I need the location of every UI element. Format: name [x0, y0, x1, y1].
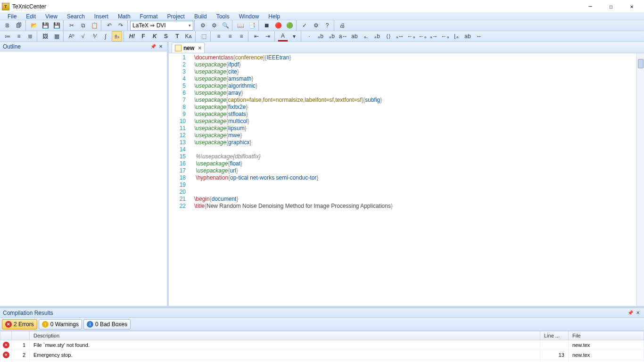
sum-icon[interactable]: ±ₛ: [112, 31, 122, 41]
tab-new[interactable]: new ×: [172, 42, 205, 53]
math-h-icon[interactable]: ⟨⟩: [383, 31, 394, 41]
next-error-icon[interactable]: 🔴: [273, 20, 283, 31]
align-left-icon[interactable]: ≡: [214, 31, 224, 41]
frac-icon[interactable]: ⅟: [89, 31, 99, 41]
settings-icon[interactable]: ⚙: [311, 20, 321, 31]
errors-filter-button[interactable]: ✕2 Errors: [2, 319, 37, 329]
document-tabs: new ×: [169, 42, 644, 53]
result-row[interactable]: ✕2Emergency stop.13new.tex: [0, 350, 644, 360]
math-i-icon[interactable]: ₐ↔: [395, 31, 405, 41]
copy-icon[interactable]: ⧉: [78, 20, 88, 31]
results-panel: Compilation Results 📌 ✕ ✕2 Errors !0 War…: [0, 308, 644, 362]
math-c-icon[interactable]: ₐb: [327, 31, 337, 41]
code-editor[interactable]: 12345678910111213141516171819202122 \doc…: [169, 53, 644, 306]
align-right-icon[interactable]: ≡: [236, 31, 247, 41]
line-gutter: 12345678910111213141516171819202122: [169, 53, 190, 306]
math-j-icon[interactable]: ←ₐ: [406, 31, 416, 41]
window-title: TeXnicCenter: [12, 3, 580, 10]
outline-close-icon[interactable]: ✕: [157, 43, 164, 50]
redo-icon[interactable]: ↷: [116, 20, 126, 31]
paste-icon[interactable]: 📋: [89, 20, 99, 31]
result-row[interactable]: ✕1File `mwe.sty' not found.new.tex: [0, 340, 644, 350]
italic-icon[interactable]: K: [149, 31, 160, 41]
outline-pin-icon[interactable]: 📌: [150, 43, 157, 50]
env-icon[interactable]: ⬚: [198, 31, 209, 41]
warnings-filter-button[interactable]: !0 Warnings: [39, 319, 82, 329]
heading-icon[interactable]: H!: [127, 31, 137, 41]
menu-view[interactable]: View: [41, 13, 62, 20]
number-list-icon[interactable]: ≡: [14, 31, 24, 41]
build-icon[interactable]: ⚙: [198, 20, 208, 31]
color-drop-icon[interactable]: ▾: [289, 31, 299, 41]
undo-icon[interactable]: ↶: [104, 20, 115, 31]
indent-icon[interactable]: ⇥: [263, 31, 273, 41]
stop-icon[interactable]: ⏹: [262, 20, 272, 31]
math-g-icon[interactable]: ₐb: [372, 31, 382, 41]
menu-search[interactable]: Search: [62, 13, 90, 20]
menu-build[interactable]: Build: [190, 13, 212, 20]
error-icon: ✕: [5, 321, 12, 328]
results-table[interactable]: DescriptionLine ...File ✕1File `mwe.sty'…: [0, 331, 644, 362]
figure-icon[interactable]: 🖼: [40, 31, 50, 41]
menubar: FileEditViewSearchInsertMathFormatProjec…: [0, 13, 644, 20]
close-button[interactable]: ✕: [621, 0, 642, 13]
view-output-icon[interactable]: 🔍: [220, 20, 231, 31]
math-n-icon[interactable]: ⌊ₐ: [451, 31, 462, 41]
menu-help[interactable]: Help: [264, 13, 285, 20]
menu-file[interactable]: File: [3, 13, 21, 20]
desc-list-icon[interactable]: ≣: [25, 31, 35, 41]
cut-icon[interactable]: ✂: [66, 20, 77, 31]
menu-tools[interactable]: Tools: [212, 13, 234, 20]
tab-close-icon[interactable]: ×: [198, 45, 201, 51]
math-l-icon[interactable]: ₐ→: [429, 31, 439, 41]
align-center-icon[interactable]: ≡: [225, 31, 235, 41]
menu-project[interactable]: Project: [163, 13, 190, 20]
code-area[interactable]: \documentclass[conference]{IEEEtran} \us…: [190, 53, 644, 306]
bullet-list-icon[interactable]: ≔: [2, 31, 13, 41]
menu-window[interactable]: Window: [234, 13, 264, 20]
math-p-icon[interactable]: ↔: [474, 31, 484, 41]
open-icon[interactable]: 📂: [29, 20, 39, 31]
menu-math[interactable]: Math: [113, 13, 135, 20]
text-color-icon[interactable]: A: [278, 31, 288, 41]
menu-edit[interactable]: Edit: [21, 13, 41, 20]
slanted-icon[interactable]: S: [161, 31, 171, 41]
prev-error-icon[interactable]: 🟢: [284, 20, 295, 31]
math-b-icon[interactable]: ₐb: [315, 31, 326, 41]
results-pin-icon[interactable]: 📌: [627, 310, 634, 316]
math-m-icon[interactable]: ←ₐ: [440, 31, 450, 41]
editor-scrollbar[interactable]: [636, 53, 644, 306]
smallcaps-icon[interactable]: Kᴀ: [183, 31, 194, 41]
math-f-icon[interactable]: ₐ.: [361, 31, 371, 41]
outdent-icon[interactable]: ⇤: [251, 31, 262, 41]
boxes-filter-button[interactable]: i0 Bad Boxes: [83, 319, 131, 329]
table-icon[interactable]: ▦: [51, 31, 62, 41]
bold-icon[interactable]: F: [138, 31, 149, 41]
new-doc-icon[interactable]: 🗎: [2, 20, 13, 31]
math-k-icon[interactable]: ←ₐ: [417, 31, 428, 41]
menu-insert[interactable]: Insert: [90, 13, 113, 20]
math-a-icon[interactable]: ·: [304, 31, 314, 41]
new-project-icon[interactable]: 🗐: [14, 20, 24, 31]
makeindex-icon[interactable]: 📑: [247, 20, 257, 31]
math-d-icon[interactable]: a↔: [338, 31, 348, 41]
menu-format[interactable]: Format: [135, 13, 163, 20]
minimize-button[interactable]: ─: [580, 0, 601, 13]
math-o-icon[interactable]: ab: [462, 31, 473, 41]
integral-icon[interactable]: ∫: [100, 31, 111, 41]
print-icon[interactable]: 🖨: [337, 20, 347, 31]
results-close-icon[interactable]: ✕: [635, 310, 641, 316]
bibtex-icon[interactable]: 📖: [235, 20, 246, 31]
save-icon[interactable]: 💾: [40, 20, 50, 31]
tt-icon[interactable]: T: [172, 31, 182, 41]
superscript-icon[interactable]: Aᵇ: [66, 31, 77, 41]
math-e-icon[interactable]: ab: [349, 31, 360, 41]
outline-title: Outline: [3, 43, 21, 50]
sqrt-icon[interactable]: √: [78, 31, 88, 41]
save-all-icon[interactable]: 💾: [51, 20, 62, 31]
spell-icon[interactable]: ✓: [299, 20, 310, 31]
build-view-icon[interactable]: ⚙: [209, 20, 219, 31]
maximize-button[interactable]: ☐: [601, 0, 621, 13]
output-profile-combo[interactable]: LaTeX ⇒ DVI▾: [130, 21, 193, 31]
help-icon[interactable]: ?: [322, 20, 332, 31]
